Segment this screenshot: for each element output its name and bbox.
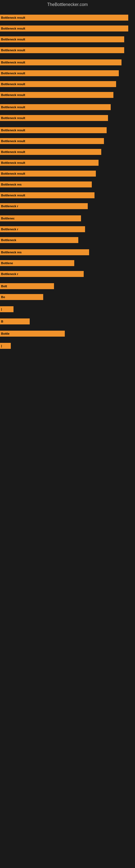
bar-label: Bottleneck r [1, 227, 18, 231]
bar-row: Bottleneck r [0, 271, 135, 277]
bottleneck-bar: Bottleneck result [0, 104, 111, 110]
bottleneck-bar: B [0, 318, 30, 324]
site-title: TheBottlenecker.com [0, 0, 135, 9]
bottleneck-bar: Bottleneck r [0, 271, 84, 277]
bottleneck-bar: Bottlene [0, 260, 74, 266]
bottleneck-bar: Bottleneck result [0, 170, 96, 177]
bar-row: Bottleneck r [0, 226, 135, 232]
bar-row: Bottleneck result [0, 81, 135, 87]
bottleneck-bar: Bottleneck result [0, 36, 124, 42]
bottleneck-bar: Bottleneck r [0, 226, 85, 232]
bottleneck-bar: Bottleneck result [0, 59, 122, 65]
bar-row: Bottleneck result [0, 59, 135, 65]
bar-label: Bottleneck result [1, 161, 25, 164]
bar-label: Bottleneck result [1, 16, 25, 19]
bar-label: Bottleneck result [1, 83, 25, 86]
bar-row: Bottleneck result [0, 115, 135, 121]
bar-label: Bottleneck res [1, 251, 21, 254]
bar-label: Bottleneck result [1, 49, 25, 52]
bottleneck-bar: | [0, 343, 11, 349]
bar-label: Bottleneck result [1, 116, 25, 120]
bar-label: Bottleneck result [1, 194, 25, 197]
bar-label: Bottleneck r [1, 205, 18, 208]
bottleneck-bar: Bottleneck res [0, 182, 92, 187]
bar-row: Bottleneck [0, 237, 135, 243]
bottleneck-bar: Bottleneck res [0, 249, 89, 255]
bar-row: Bottleneck result [0, 127, 135, 133]
bar-label: Bottleneck result [1, 129, 25, 132]
bar-row: B [0, 318, 135, 324]
bar-row: Bottleneck result [0, 92, 135, 98]
bar-row: Bottleneck result [0, 138, 135, 144]
bar-label: Bottlenec [1, 217, 14, 220]
bar-row: Bottleneck result [0, 149, 135, 155]
bar-row: Bottlene [0, 260, 135, 266]
bar-row: Bottleneck result [0, 104, 135, 110]
bar-label: | [1, 308, 2, 311]
bottleneck-bar: Bottleneck result [0, 160, 98, 166]
bar-label: Bottleneck result [1, 72, 25, 75]
bar-row: | [0, 343, 135, 349]
bar-label: Bottleneck result [1, 93, 25, 97]
bar-row: Bottleneck result [0, 160, 135, 166]
bottleneck-bar: Bottleneck result [0, 14, 128, 21]
bar-label: Bottleneck result [1, 172, 25, 175]
bottleneck-bar: Bottleneck result [0, 26, 128, 31]
bar-label: Bottleneck result [1, 61, 25, 64]
bar-row: Bottlenec [0, 215, 135, 221]
bar-row: Bottle [0, 331, 135, 337]
bottleneck-bar: Bo [0, 294, 43, 300]
bar-row: Bottleneck result [0, 36, 135, 42]
bar-label: Bott [1, 284, 7, 288]
bar-row: Bottleneck result [0, 14, 135, 21]
bar-label: Bottleneck r [1, 272, 18, 276]
bottleneck-bar: Bottleneck r [0, 203, 88, 209]
bar-row: Bottleneck result [0, 47, 135, 53]
bottleneck-bar: Bottleneck result [0, 149, 101, 155]
bar-label: Bottleneck result [1, 38, 25, 41]
bar-row: Bottleneck res [0, 249, 135, 255]
bar-row: Bott [0, 283, 135, 289]
bar-label: Bo [1, 296, 5, 299]
bottleneck-bar: Bottleneck result [0, 92, 114, 98]
bar-label: Bottleneck [1, 239, 16, 242]
bar-label: | [1, 344, 2, 347]
bar-row: Bo [0, 294, 135, 300]
bottleneck-bar: Bottleneck result [0, 81, 116, 87]
bar-row: Bottleneck r [0, 203, 135, 209]
bar-row: Bottleneck res [0, 182, 135, 187]
chart-container: Bottleneck resultBottleneck resultBottle… [0, 9, 135, 864]
bottleneck-bar: Bottleneck result [0, 70, 119, 76]
bar-label: B [1, 320, 3, 323]
bar-label: Bottleneck result [1, 150, 25, 154]
bottleneck-bar: Bottleneck result [0, 115, 108, 121]
bar-label: Bottle [1, 332, 9, 335]
bottleneck-bar: Bottle [0, 331, 65, 337]
bottleneck-bar: | [0, 306, 13, 312]
bar-label: Bottleneck result [1, 105, 25, 109]
bar-label: Bottleneck result [1, 27, 25, 30]
bottleneck-bar: Bott [0, 283, 54, 289]
bar-row: Bottleneck result [0, 70, 135, 76]
bottleneck-bar: Bottleneck result [0, 192, 94, 198]
bottleneck-bar: Bottleneck result [0, 127, 107, 133]
bar-row: | [0, 306, 135, 312]
bar-label: Bottleneck res [1, 183, 21, 186]
bottleneck-bar: Bottleneck result [0, 138, 104, 144]
bottleneck-bar: Bottleneck [0, 237, 78, 243]
bar-label: Bottleneck result [1, 140, 25, 143]
bottleneck-bar: Bottlenec [0, 215, 81, 221]
bar-row: Bottleneck result [0, 170, 135, 177]
bar-row: Bottleneck result [0, 26, 135, 31]
bottleneck-bar: Bottleneck result [0, 47, 124, 53]
bar-label: Bottlene [1, 261, 13, 265]
bar-row: Bottleneck result [0, 192, 135, 198]
